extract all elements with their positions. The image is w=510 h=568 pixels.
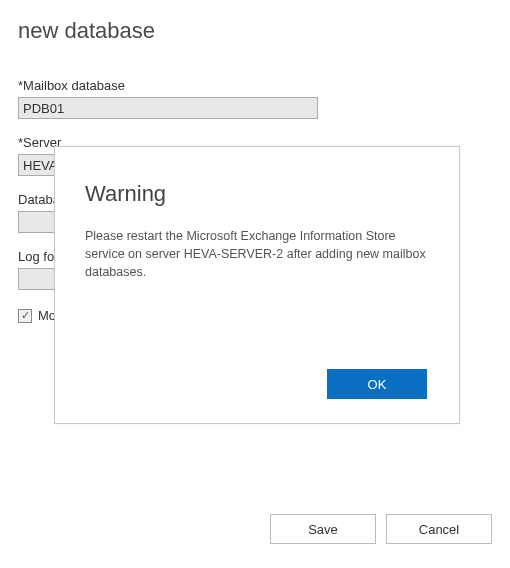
dialog-title: Warning xyxy=(85,181,435,207)
dialog-body: Please restart the Microsoft Exchange In… xyxy=(85,227,435,369)
mount-checkbox[interactable]: ✓ xyxy=(18,309,32,323)
mailbox-database-input[interactable] xyxy=(18,97,318,119)
action-bar: Save Cancel xyxy=(270,514,492,544)
ok-button[interactable]: OK xyxy=(327,369,427,399)
mailbox-database-group: *Mailbox database xyxy=(18,78,500,119)
dialog-footer: OK xyxy=(85,369,435,403)
cancel-button[interactable]: Cancel xyxy=(386,514,492,544)
warning-dialog: Warning Please restart the Microsoft Exc… xyxy=(54,146,460,424)
page-title: new database xyxy=(18,18,500,44)
mailbox-database-label: *Mailbox database xyxy=(18,78,500,93)
save-button[interactable]: Save xyxy=(270,514,376,544)
